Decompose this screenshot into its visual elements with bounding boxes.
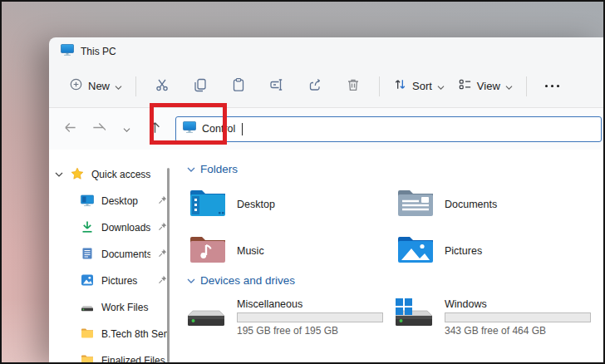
- sidebar-scrollbar[interactable]: [167, 168, 170, 362]
- content-area: Quick access Desktop Downloads Documents: [49, 150, 603, 362]
- drive-icon: [81, 300, 94, 316]
- windows-drive-icon: [393, 298, 435, 337]
- devices-section-header[interactable]: Devices and drives: [187, 274, 295, 287]
- scissors-icon: [155, 77, 170, 96]
- folders-section-header[interactable]: Folders: [187, 163, 238, 175]
- window-title: This PC: [81, 46, 116, 57]
- toolbar-divider: [379, 76, 380, 96]
- sidebar-item-downloads[interactable]: Downloads: [49, 214, 172, 241]
- sidebar-item-btech-8th-sem[interactable]: B.Tech 8th Sem: [49, 321, 172, 347]
- drive-name: Windows: [445, 298, 591, 310]
- sidebar-item-documents[interactable]: Documents: [49, 241, 172, 268]
- rename-button[interactable]: [258, 71, 296, 101]
- tile-label: Desktop: [237, 199, 275, 210]
- view-button-label: View: [477, 80, 500, 92]
- star-icon: [71, 167, 84, 183]
- sort-arrows-icon: [393, 77, 407, 95]
- sidebar-item-label: B.Tech 8th Sem: [101, 328, 167, 340]
- navigation-pane: Quick access Desktop Downloads Documents: [49, 150, 172, 362]
- tile-label: Music: [237, 245, 264, 257]
- annotation-highlight-rect: [150, 103, 227, 145]
- music-folder-icon: [189, 234, 227, 268]
- pin-icon: [158, 195, 167, 207]
- documents-folder-icon: [396, 187, 435, 222]
- sidebar-item-pictures[interactable]: Pictures: [49, 268, 172, 294]
- recent-locations-button[interactable]: [112, 115, 140, 143]
- see-more-button[interactable]: [534, 85, 571, 87]
- share-button[interactable]: [296, 71, 334, 101]
- document-icon: [81, 247, 94, 263]
- share-icon: [307, 77, 322, 96]
- address-bar-row: Control: [49, 108, 603, 150]
- chevron-down-icon: [187, 274, 195, 287]
- drive-name: Miscellaneous: [237, 298, 383, 310]
- sidebar-item-desktop[interactable]: Desktop: [49, 188, 172, 214]
- desktop-folder-icon: [189, 187, 227, 222]
- chevron-down-icon: [55, 169, 63, 180]
- pictures-folder-icon: [396, 234, 435, 268]
- chevron-down-icon: [187, 163, 195, 175]
- address-input[interactable]: Control: [175, 116, 602, 142]
- drive-tile-windows[interactable]: Windows 343 GB free of 464 GB: [393, 298, 596, 337]
- picture-icon: [81, 273, 94, 289]
- text-caret: [242, 123, 243, 135]
- monitor-icon: [81, 194, 94, 209]
- sidebar-item-label: Downloads: [101, 222, 150, 234]
- plus-circle-icon: [69, 77, 83, 95]
- tile-label: Documents: [445, 199, 497, 210]
- sidebar-item-label: Finalized Files: [101, 355, 167, 362]
- clipboard-icon: [231, 77, 246, 96]
- command-toolbar: New Sort: [49, 65, 603, 108]
- copy-icon: [193, 77, 208, 96]
- toolbar-divider: [526, 76, 527, 96]
- folder-icon: [81, 353, 94, 363]
- sidebar-item-label: Quick access: [91, 169, 167, 180]
- folder-tile-desktop[interactable]: Desktop: [189, 186, 388, 223]
- back-button[interactable]: [56, 115, 84, 143]
- drive-capacity-bar: [445, 312, 591, 322]
- pin-icon: [158, 222, 167, 234]
- pin-icon: [158, 248, 167, 260]
- rename-icon: [269, 77, 284, 96]
- title-bar[interactable]: This PC: [49, 37, 603, 65]
- sort-button-label: Sort: [412, 80, 432, 92]
- paste-button[interactable]: [219, 71, 258, 101]
- drive-tile-miscellaneous[interactable]: Miscellaneous 195 GB free of 195 GB: [185, 298, 388, 337]
- delete-button[interactable]: [334, 71, 372, 101]
- folder-icon: [81, 327, 94, 342]
- desktop-background: This PC New: [0, 0, 605, 364]
- drive-capacity-bar: [237, 312, 383, 322]
- tile-label: Pictures: [445, 245, 482, 257]
- file-explorer-window: This PC New: [49, 37, 603, 362]
- drive-free-space: 195 GB free of 195 GB: [237, 325, 383, 337]
- sort-button[interactable]: Sort: [386, 72, 451, 100]
- new-button[interactable]: New: [62, 72, 129, 100]
- chevron-down-icon: [505, 79, 513, 94]
- pin-icon: [158, 275, 167, 287]
- chevron-down-icon: [115, 79, 122, 94]
- sidebar-item-label: Desktop: [101, 195, 150, 207]
- forward-button[interactable]: [84, 115, 112, 143]
- sidebar-item-finalized-files[interactable]: Finalized Files: [49, 347, 172, 362]
- items-view: Folders Desktop Documents Music: [172, 150, 603, 362]
- trash-icon: [346, 77, 361, 96]
- sidebar-item-work-files[interactable]: Work Files: [49, 294, 172, 321]
- section-title: Devices and drives: [200, 274, 295, 287]
- sidebar-item-label: Work Files: [101, 302, 167, 313]
- section-title: Folders: [200, 163, 238, 175]
- back-arrow-icon: [63, 121, 77, 138]
- view-list-icon: [458, 77, 472, 95]
- hard-drive-icon: [185, 298, 227, 337]
- toolbar-divider: [135, 76, 136, 96]
- folder-tile-documents[interactable]: Documents: [396, 186, 596, 223]
- copy-button[interactable]: [181, 71, 219, 101]
- chevron-down-icon: [123, 121, 130, 136]
- folder-tile-music[interactable]: Music: [189, 233, 388, 269]
- sidebar-item-quick-access[interactable]: Quick access: [49, 161, 172, 188]
- cut-button[interactable]: [143, 71, 181, 101]
- view-button[interactable]: View: [451, 72, 519, 100]
- folder-tile-pictures[interactable]: Pictures: [396, 233, 596, 269]
- drive-free-space: 343 GB free of 464 GB: [445, 325, 591, 337]
- this-pc-icon: [61, 43, 74, 60]
- sidebar-item-label: Pictures: [101, 275, 150, 287]
